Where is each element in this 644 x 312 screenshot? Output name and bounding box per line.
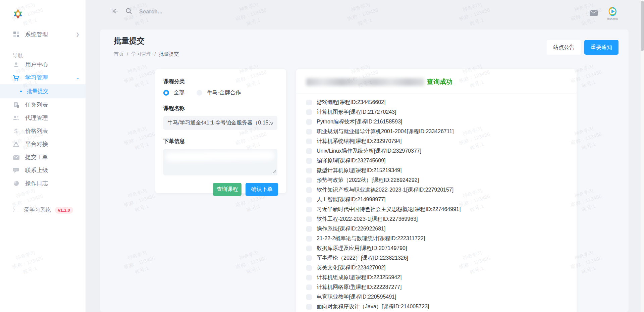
course-checkbox[interactable]: [306, 139, 312, 144]
sidebar-item-label: 操作日志: [25, 179, 79, 187]
breadcrumb-home[interactable]: 首页: [114, 51, 124, 57]
svg-text:S: S: [14, 128, 18, 134]
course-checkbox[interactable]: [306, 284, 312, 290]
sidebar-item-7[interactable]: 联系上级: [0, 164, 86, 177]
course-row-4[interactable]: 计算机系统结构[课程ID:232970794]: [306, 137, 567, 146]
course-row-7[interactable]: 微型计算机原理[课程ID:215219349]: [306, 166, 567, 175]
order-info-textarea[interactable]: [163, 149, 277, 175]
course-row-20[interactable]: 电竞职业教学[课程ID:220595491]: [306, 292, 567, 302]
sidebar-footer: 〉_ 爱学习系统 v1.1.0: [0, 204, 86, 216]
course-row-14[interactable]: 21-22-2概率论与数理统计[课程ID:222311722]: [306, 234, 567, 244]
sidebar-item-8[interactable]: 操作日志: [0, 177, 86, 190]
sidebar-item-0[interactable]: 用户中心: [0, 58, 86, 71]
course-row-3[interactable]: 职业规划与就业指导计算机2001-2004[课程ID:233426711]: [306, 127, 567, 137]
course-row-2[interactable]: Python编程技术[课程ID:216158593]: [306, 117, 567, 127]
course-checkbox[interactable]: [306, 129, 312, 135]
query-courses-button[interactable]: 查询课程: [213, 183, 241, 196]
course-row-9[interactable]: 软件知识产权与职业道德2022-2023-1[课程ID:227920157]: [306, 185, 567, 195]
course-row-17[interactable]: 英美文化[课程ID:223427002]: [306, 263, 567, 273]
course-checkbox[interactable]: [306, 109, 312, 115]
user-icon: [13, 61, 19, 68]
sidebar-item-label: 联系上级: [25, 166, 79, 174]
confirm-order-button[interactable]: 确认下单: [246, 183, 278, 196]
course-row-13[interactable]: 操作系统[课程ID:226922681]: [306, 224, 567, 234]
course-checkbox[interactable]: [306, 246, 312, 251]
course-row-6[interactable]: 编译原理[课程ID:232745609]: [306, 156, 567, 166]
course-checkbox[interactable]: [306, 100, 312, 105]
course-select[interactable]: 牛马/学习通全包1:1-①号铂金服务器（0.15元 ∨: [163, 116, 277, 130]
course-checkbox[interactable]: [306, 168, 312, 173]
course-checkbox[interactable]: [306, 207, 312, 212]
main-content-card: 批量提交 首页 / 学习管理 / 批量提交 站点公告 重要通知 课程分类 全部牛…: [100, 30, 629, 312]
course-checkbox[interactable]: [306, 177, 312, 183]
course-row-10[interactable]: 人工智能[课程ID:214998977]: [306, 195, 567, 205]
course-checkbox[interactable]: [306, 119, 312, 125]
mail-icon[interactable]: [590, 10, 598, 17]
course-row-16[interactable]: 军事理论（2022）[课程ID:223821326]: [306, 253, 567, 263]
scrollbar-thumb[interactable]: [641, 1, 644, 51]
important-notice-button[interactable]: 重要通知: [584, 40, 619, 55]
site-notice-button[interactable]: 站点公告: [547, 40, 581, 55]
terminal-icon: 〉_: [13, 207, 19, 213]
query-success-text: 查询成功: [427, 77, 452, 86]
chevron-down-icon: ∨: [269, 120, 274, 126]
sidebar-item-1[interactable]: 学习管理⌄: [0, 71, 86, 84]
course-label: 计算机组成原理[课程ID:223255942]: [317, 274, 401, 281]
course-checkbox[interactable]: [306, 255, 312, 261]
resize-handle[interactable]: [273, 168, 276, 174]
chevron-right-icon: ❯: [76, 32, 79, 37]
course-row-5[interactable]: Unix/Linux操作系统分析[课程ID:232970377]: [306, 146, 567, 156]
course-checkbox[interactable]: [306, 265, 312, 271]
sidebar-item-5[interactable]: 平台对接: [0, 138, 86, 151]
sidebar-item-label: 价格列表: [25, 127, 79, 135]
sidebar-item-6[interactable]: 提交工单: [0, 151, 86, 164]
search-icon[interactable]: [126, 8, 132, 15]
platform-icon: [13, 141, 19, 148]
price-icon: S: [13, 128, 19, 135]
category-radio-1[interactable]: [197, 90, 202, 96]
category-radio-label-1[interactable]: 牛马-金牌合作: [207, 89, 241, 96]
grid-icon: [13, 31, 19, 38]
app-logo[interactable]: [0, 0, 86, 20]
cart-icon: [13, 74, 19, 81]
course-checkbox[interactable]: [306, 304, 312, 310]
course-checkbox[interactable]: [306, 275, 312, 280]
course-checkbox[interactable]: [306, 226, 312, 232]
search-input[interactable]: Search...: [139, 9, 162, 15]
breadcrumb-learning[interactable]: 学习管理: [131, 51, 151, 57]
sidebar-item-3[interactable]: 代理管理: [0, 111, 86, 124]
course-checkbox[interactable]: [306, 216, 312, 222]
course-checkbox[interactable]: [306, 158, 312, 164]
course-checkbox[interactable]: [306, 294, 312, 300]
course-label: 面向对象程序设计（Java）[课程ID:214005723]: [317, 303, 429, 310]
course-label: 数据库原理及应用[课程ID:207149790]: [317, 245, 407, 252]
sidebar-item-2[interactable]: 任务列表: [0, 98, 86, 111]
order-form-panel: 课程分类 全部牛马-金牌合作 课程名称 牛马/学习通全包1:1-①号铂金服务器（…: [155, 69, 286, 193]
course-checkbox[interactable]: [306, 148, 312, 154]
sidebar-subitem-批量提交[interactable]: 批量提交: [0, 84, 86, 98]
tencent-video-icon[interactable]: 腾讯视频: [607, 6, 618, 21]
collapse-sidebar-icon[interactable]: [112, 8, 118, 15]
course-row-11[interactable]: 习近平新时代中国特色社会主义思想概论[课程ID:227464991]: [306, 205, 567, 214]
course-row-15[interactable]: 数据库原理及应用[课程ID:207149790]: [306, 244, 567, 253]
sidebar-item-system[interactable]: 系统管理 ❯: [0, 28, 86, 41]
course-label: 人工智能[课程ID:214998977]: [317, 196, 385, 203]
course-name-label: 课程名称: [163, 105, 278, 112]
course-checkbox[interactable]: [306, 187, 312, 193]
course-checkbox[interactable]: [306, 197, 312, 203]
course-row-19[interactable]: 计算机网络原理[课程ID:222287277]: [306, 282, 567, 292]
sidebar-item-4[interactable]: S价格列表: [0, 124, 86, 138]
category-radio-0[interactable]: [163, 90, 169, 96]
course-row-8[interactable]: 形势与政策（2022秋）[课程ID:228924292]: [306, 175, 567, 185]
contact-icon: [13, 167, 19, 174]
sidebar-item-label: 学习管理: [25, 74, 76, 82]
sidebar-item-label: 提交工单: [25, 153, 79, 161]
course-row-18[interactable]: 计算机组成原理[课程ID:223255942]: [306, 273, 567, 282]
course-checkbox[interactable]: [306, 236, 312, 242]
course-row-21[interactable]: 面向对象程序设计（Java）[课程ID:214005723]: [306, 302, 567, 312]
category-radio-label-0[interactable]: 全部: [174, 89, 184, 96]
course-row-12[interactable]: 软件工程-2022-2023-1[课程ID:227369963]: [306, 214, 567, 224]
course-row-0[interactable]: 游戏编程[课程ID:234456602]: [306, 98, 567, 107]
course-row-1[interactable]: 计算机图形学[课程ID:217270243]: [306, 107, 567, 117]
redacted-status-blur: [306, 78, 424, 86]
